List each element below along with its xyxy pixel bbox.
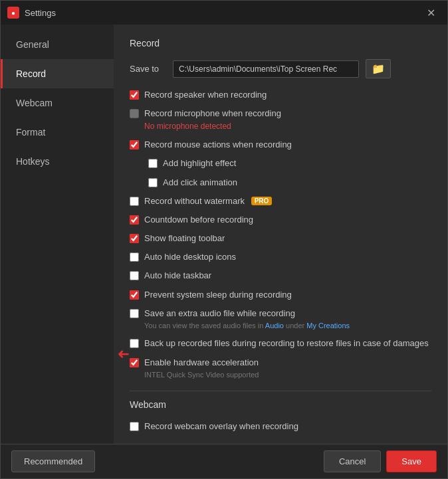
- footer: Recommended Cancel Save: [1, 444, 447, 478]
- webcam-overlay-checkbox[interactable]: [130, 422, 139, 431]
- webcam-overlay-label: Record webcam overlay when recording: [144, 421, 298, 432]
- countdown-label: Countdown before recording: [144, 214, 253, 226]
- content-area: General Record Webcam Format Hotkeys Rec…: [1, 25, 447, 444]
- dialog-title: Settings: [25, 8, 421, 18]
- click-animation-row: Add click animation: [130, 177, 431, 189]
- record-microphone-row: Record microphone when recording No micr…: [130, 108, 431, 132]
- highlight-effect-label: Add highlight effect: [163, 157, 236, 169]
- section-title: Record: [130, 38, 431, 48]
- countdown-row: Countdown before recording: [130, 214, 431, 226]
- close-button[interactable]: ✕: [421, 4, 441, 22]
- highlight-effect-row: Add highlight effect: [130, 157, 431, 169]
- settings-dialog: Settings ✕ General Record Webcam Format …: [0, 0, 448, 479]
- no-watermark-checkbox[interactable]: [130, 197, 139, 206]
- cancel-button[interactable]: Cancel: [324, 450, 381, 472]
- countdown-checkbox[interactable]: [130, 215, 139, 225]
- record-mouse-label: Record mouse actions when recording: [144, 139, 292, 151]
- auto-hide-taskbar-checkbox[interactable]: [130, 271, 139, 280]
- sidebar-item-record[interactable]: Record: [1, 59, 114, 88]
- prevent-sleep-label: Prevent system sleep during recording: [144, 289, 292, 301]
- extra-audio-checkbox[interactable]: [130, 309, 139, 318]
- recommended-button[interactable]: Recommended: [11, 450, 95, 472]
- auto-hide-taskbar-label: Auto hide taskbar: [144, 270, 211, 282]
- record-mouse-checkbox[interactable]: [130, 140, 139, 149]
- backup-row: ➜ Back up recorded files during recordin…: [130, 337, 431, 349]
- record-microphone-checkbox[interactable]: [130, 109, 139, 118]
- auto-hide-desktop-checkbox[interactable]: [130, 252, 139, 262]
- sidebar-item-webcam[interactable]: Webcam: [1, 88, 114, 118]
- sidebar-item-hotkeys[interactable]: Hotkeys: [1, 147, 114, 176]
- save-to-input[interactable]: [173, 60, 359, 78]
- hardware-accel-sublabel: INTEL Quick Sync Video supported: [144, 370, 259, 380]
- auto-hide-taskbar-row: Auto hide taskbar: [130, 270, 431, 282]
- backup-checkbox[interactable]: [130, 339, 139, 348]
- highlight-effect-checkbox[interactable]: [148, 159, 158, 168]
- no-watermark-label: Record without watermark PRO: [144, 195, 272, 207]
- titlebar: Settings ✕: [1, 1, 447, 25]
- extra-audio-row: Save an extra audio file while recording…: [130, 308, 431, 332]
- hardware-accel-label: Enable hardware acceleration INTEL Quick…: [144, 357, 259, 381]
- record-mouse-row: Record mouse actions when recording: [130, 139, 431, 151]
- webcam-section: Webcam Record webcam overlay when record…: [130, 391, 431, 432]
- floating-toolbar-row: Show floating toolbar: [130, 233, 431, 244]
- click-animation-checkbox[interactable]: [148, 178, 158, 187]
- record-microphone-label: Record microphone when recording No micr…: [144, 108, 281, 132]
- webcam-overlay-row: Record webcam overlay when recording: [130, 421, 431, 432]
- sidebar-item-general[interactable]: General: [1, 30, 114, 59]
- record-speaker-row: Record speaker when recording: [130, 89, 431, 101]
- click-animation-label: Add click animation: [163, 177, 237, 189]
- floating-toolbar-label: Show floating toolbar: [144, 233, 225, 244]
- floating-toolbar-checkbox[interactable]: [130, 234, 139, 243]
- record-speaker-checkbox[interactable]: [130, 90, 139, 100]
- webcam-section-title: Webcam: [130, 399, 431, 410]
- extra-audio-sublabel: You can view the saved audio files in Au…: [144, 321, 350, 331]
- hardware-accel-checkbox[interactable]: [130, 358, 139, 367]
- save-to-label: Save to: [130, 64, 166, 74]
- main-panel: Record Save to 📁 Record speaker when rec…: [114, 25, 447, 444]
- sidebar-item-format[interactable]: Format: [1, 118, 114, 147]
- no-mic-warning: No microphone detected: [144, 121, 281, 132]
- record-speaker-label: Record speaker when recording: [144, 89, 267, 101]
- prevent-sleep-row: Prevent system sleep during recording: [130, 289, 431, 301]
- auto-hide-desktop-row: Auto hide desktop icons: [130, 251, 431, 263]
- browse-folder-button[interactable]: 📁: [366, 59, 391, 78]
- auto-hide-desktop-label: Auto hide desktop icons: [144, 251, 236, 263]
- app-icon: [7, 7, 19, 19]
- hardware-accel-row: Enable hardware acceleration INTEL Quick…: [130, 357, 431, 381]
- save-button[interactable]: Save: [386, 450, 437, 472]
- prevent-sleep-checkbox[interactable]: [130, 290, 139, 300]
- extra-audio-label: Save an extra audio file while recording…: [144, 308, 350, 332]
- sidebar: General Record Webcam Format Hotkeys: [1, 25, 114, 444]
- no-watermark-row: Record without watermark PRO: [130, 195, 431, 207]
- save-to-row: Save to 📁: [130, 59, 431, 78]
- backup-label: Back up recorded files during recording …: [144, 337, 429, 349]
- pro-badge: PRO: [251, 197, 273, 205]
- red-arrow-icon: ➜: [118, 345, 130, 363]
